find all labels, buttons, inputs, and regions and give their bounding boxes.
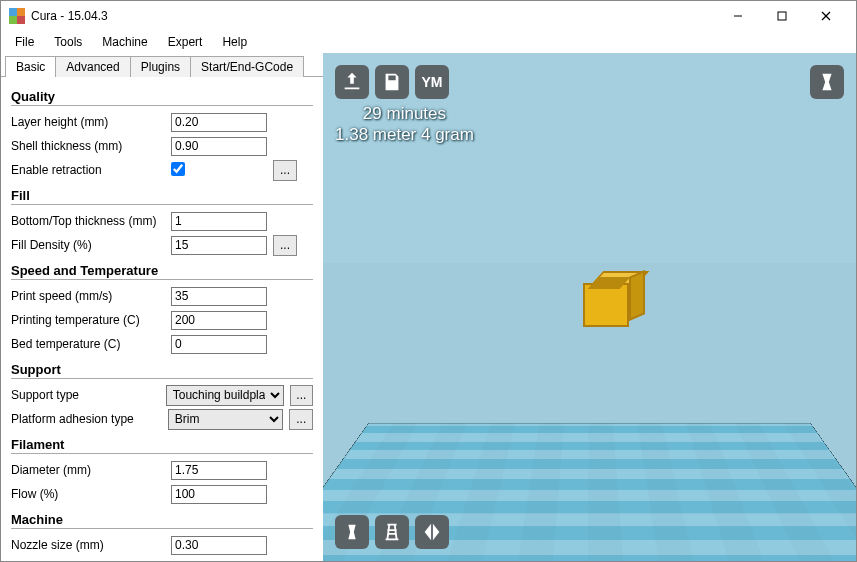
print-speed-input[interactable] (171, 287, 267, 306)
window-title: Cura - 15.04.3 (31, 9, 108, 23)
adhesion-settings-button[interactable] (289, 409, 313, 430)
layer-height-label: Layer height (mm) (11, 115, 171, 129)
print-estimate: 29 minutes 1.38 meter 4 gram (335, 103, 474, 146)
retraction-settings-button[interactable] (273, 160, 297, 181)
support-type-select[interactable]: Touching buildplate (166, 385, 284, 406)
tab-advanced[interactable]: Advanced (56, 56, 130, 77)
print-speed-label: Print speed (mm/s) (11, 289, 171, 303)
menu-file[interactable]: File (7, 33, 42, 51)
diameter-input[interactable] (171, 461, 267, 480)
load-model-icon[interactable] (335, 65, 369, 99)
menu-expert[interactable]: Expert (160, 33, 211, 51)
rotate-icon[interactable] (335, 515, 369, 549)
save-toolpath-icon[interactable] (375, 65, 409, 99)
enable-retraction-label: Enable retraction (11, 163, 171, 177)
support-type-label: Support type (11, 388, 166, 402)
shell-thickness-input[interactable] (171, 137, 267, 156)
estimate-time: 29 minutes (335, 103, 474, 124)
menu-tools[interactable]: Tools (46, 33, 90, 51)
menu-bar: File Tools Machine Expert Help (1, 31, 856, 53)
section-machine: Machine Nozzle size (mm) (11, 512, 313, 557)
scale-icon[interactable] (375, 515, 409, 549)
section-quality: Quality Layer height (mm) Shell thicknes… (11, 89, 313, 182)
viewport-3d[interactable]: YM 29 minutes 1.38 meter 4 gram (323, 53, 856, 561)
section-title: Machine (11, 512, 313, 529)
support-settings-button[interactable] (290, 385, 313, 406)
platform-adhesion-select[interactable]: Brim (168, 409, 284, 430)
section-fill: Fill Bottom/Top thickness (mm) Fill Dens… (11, 188, 313, 257)
layer-height-input[interactable] (171, 113, 267, 132)
menu-machine[interactable]: Machine (94, 33, 155, 51)
tab-basic[interactable]: Basic (5, 56, 56, 77)
fill-density-input[interactable] (171, 236, 267, 255)
flow-label: Flow (%) (11, 487, 171, 501)
tab-plugins[interactable]: Plugins (131, 56, 191, 77)
maximize-button[interactable] (760, 1, 804, 31)
platform-adhesion-label: Platform adhesion type (11, 412, 168, 426)
shell-thickness-label: Shell thickness (mm) (11, 139, 171, 153)
section-title: Fill (11, 188, 313, 205)
printing-temperature-input[interactable] (171, 311, 267, 330)
menu-help[interactable]: Help (214, 33, 255, 51)
enable-retraction-checkbox[interactable] (171, 162, 185, 176)
bed-temperature-label: Bed temperature (C) (11, 337, 171, 351)
flow-input[interactable] (171, 485, 267, 504)
svg-rect-1 (778, 12, 786, 20)
bottom-top-thickness-label: Bottom/Top thickness (mm) (11, 214, 171, 228)
tab-gcode[interactable]: Start/End-GCode (191, 56, 304, 77)
diameter-label: Diameter (mm) (11, 463, 171, 477)
bed-temperature-input[interactable] (171, 335, 267, 354)
nozzle-size-input[interactable] (171, 536, 267, 555)
fill-settings-button[interactable] (273, 235, 297, 256)
app-icon (9, 8, 25, 24)
title-bar: Cura - 15.04.3 (1, 1, 856, 31)
section-filament: Filament Diameter (mm) Flow (%) (11, 437, 313, 506)
section-title: Speed and Temperature (11, 263, 313, 280)
estimate-material: 1.38 meter 4 gram (335, 124, 474, 145)
printing-temperature-label: Printing temperature (C) (11, 313, 171, 327)
section-speed-temperature: Speed and Temperature Print speed (mm/s)… (11, 263, 313, 356)
section-title: Filament (11, 437, 313, 454)
bottom-top-thickness-input[interactable] (171, 212, 267, 231)
mirror-icon[interactable] (415, 515, 449, 549)
section-title: Support (11, 362, 313, 379)
minimize-button[interactable] (716, 1, 760, 31)
ym-icon[interactable]: YM (415, 65, 449, 99)
close-button[interactable] (804, 1, 848, 31)
model-cube[interactable] (583, 273, 629, 319)
view-mode-icon[interactable] (810, 65, 844, 99)
section-support: Support Support type Touching buildplate… (11, 362, 313, 431)
tab-strip: Basic Advanced Plugins Start/End-GCode (1, 53, 323, 77)
fill-density-label: Fill Density (%) (11, 238, 171, 252)
settings-panel: Basic Advanced Plugins Start/End-GCode Q… (1, 53, 323, 561)
nozzle-size-label: Nozzle size (mm) (11, 538, 171, 552)
section-title: Quality (11, 89, 313, 106)
